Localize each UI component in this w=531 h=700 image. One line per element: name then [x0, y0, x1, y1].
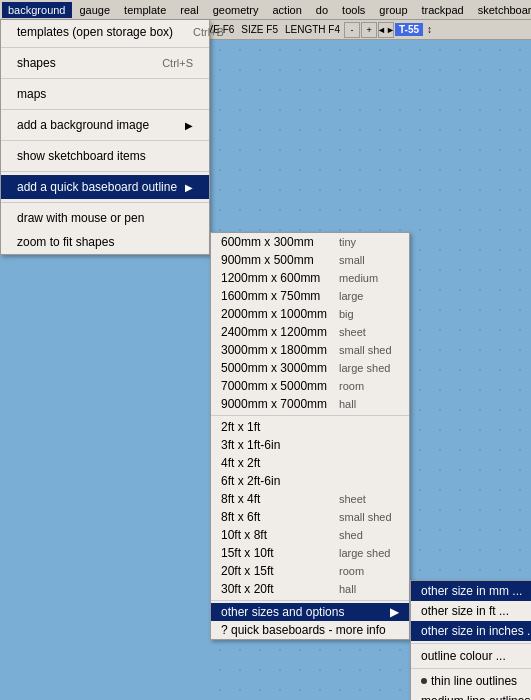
scroll-button[interactable]: ↕: [424, 24, 435, 35]
menu-item-geometry[interactable]: geometry: [207, 2, 265, 18]
baseboard-item-10ft[interactable]: 10ft x 8ft shed: [211, 526, 409, 544]
baseboard-item-large[interactable]: 1600mm x 750mm large: [211, 287, 409, 305]
separator-1: [1, 47, 209, 48]
baseboard-item-20ft[interactable]: 20ft x 15ft room: [211, 562, 409, 580]
baseboard-sep-1: [211, 415, 409, 416]
toolbar-label-size: SIZE F5: [238, 24, 281, 35]
menu-item-background[interactable]: background: [2, 2, 72, 18]
dropdown-show-sketchboard[interactable]: show sketchboard items: [1, 144, 209, 168]
other-inches-button[interactable]: other size in inches ...: [411, 621, 531, 641]
menu-item-do[interactable]: do: [310, 2, 334, 18]
dropdown-shapes[interactable]: shapes Ctrl+S: [1, 51, 209, 75]
baseboard-item-sheet-mm[interactable]: 2400mm x 1200mm sheet: [211, 323, 409, 341]
kp-button[interactable]: ◄►: [378, 22, 394, 38]
baseboard-item-30ft[interactable]: 30ft x 20ft hall: [211, 580, 409, 598]
thin-line-dot: [421, 678, 427, 684]
minus-button[interactable]: -: [344, 22, 360, 38]
baseboard-submenu: 600mm x 300mm tiny 900mm x 500mm small 1…: [210, 232, 410, 640]
menu-item-tools[interactable]: tools: [336, 2, 371, 18]
other-ft-button[interactable]: other size in ft ...: [411, 601, 531, 621]
baseboard-item-3ft[interactable]: 3ft x 1ft-6in: [211, 436, 409, 454]
other-submenu: other size in mm ... other size in ft ..…: [410, 580, 531, 700]
menu-item-trackpad[interactable]: trackpad: [416, 2, 470, 18]
thin-line-button[interactable]: thin line outlines: [411, 671, 531, 691]
dropdown-draw-mouse[interactable]: draw with mouse or pen: [1, 206, 209, 230]
baseboard-item-6ft[interactable]: 6ft x 2ft-6in: [211, 472, 409, 490]
outline-colour-button[interactable]: outline colour ...: [411, 646, 531, 666]
baseboard-item-15ft[interactable]: 15ft x 10ft large shed: [211, 544, 409, 562]
medium-line-button[interactable]: medium line outlines: [411, 691, 531, 700]
baseboard-more-info[interactable]: ? quick baseboards - more info: [211, 621, 409, 639]
separator-4: [1, 140, 209, 141]
menu-item-gauge[interactable]: gauge: [74, 2, 117, 18]
other-sep-1: [411, 643, 531, 644]
baseboard-other-sizes[interactable]: other sizes and options ▶: [211, 603, 409, 621]
plus-button[interactable]: +: [361, 22, 377, 38]
dropdown-add-baseboard[interactable]: add a quick baseboard outline ▶: [1, 175, 209, 199]
baseboard-sep-2: [211, 600, 409, 601]
baseboard-item-hall-mm[interactable]: 9000mm x 7000mm hall: [211, 395, 409, 413]
other-sep-2: [411, 668, 531, 669]
baseboard-item-4ft2ft[interactable]: 4ft x 2ft: [211, 454, 409, 472]
baseboard-item-small[interactable]: 900mm x 500mm small: [211, 251, 409, 269]
menu-item-sketchboard[interactable]: sketchboard: [472, 2, 531, 18]
toolbar-label-length: LENGTH F4: [282, 24, 343, 35]
baseboard-item-medium[interactable]: 1200mm x 600mm medium: [211, 269, 409, 287]
dropdown-zoom-fit[interactable]: zoom to fit shapes: [1, 230, 209, 254]
baseboard-item-small-shed-mm[interactable]: 3000mm x 1800mm small shed: [211, 341, 409, 359]
speed-display: T-55: [395, 23, 423, 36]
main-dropdown: templates (open storage box) Ctrl+B shap…: [0, 20, 210, 255]
baseboard-item-big[interactable]: 2000mm x 1000mm big: [211, 305, 409, 323]
baseboard-item-tiny[interactable]: 600mm x 300mm tiny: [211, 233, 409, 251]
separator-6: [1, 202, 209, 203]
menu-item-real[interactable]: real: [174, 2, 204, 18]
dropdown-templates[interactable]: templates (open storage box) Ctrl+B: [1, 20, 209, 44]
dropdown-maps[interactable]: maps: [1, 82, 209, 106]
dropdown-add-background[interactable]: add a background image ▶: [1, 113, 209, 137]
menu-item-group[interactable]: group: [373, 2, 413, 18]
toolbar-nav: - + ◄► T-55 ↕: [344, 22, 435, 38]
baseboard-item-2ft1ft[interactable]: 2ft x 1ft: [211, 418, 409, 436]
other-mm-button[interactable]: other size in mm ...: [411, 581, 531, 601]
separator-5: [1, 171, 209, 172]
separator-2: [1, 78, 209, 79]
baseboard-item-8ft6ft[interactable]: 8ft x 6ft small shed: [211, 508, 409, 526]
baseboard-item-8ft4ft[interactable]: 8ft x 4ft sheet: [211, 490, 409, 508]
menu-item-action[interactable]: action: [267, 2, 308, 18]
separator-3: [1, 109, 209, 110]
baseboard-item-large-shed-mm[interactable]: 5000mm x 3000mm large shed: [211, 359, 409, 377]
menu-bar: background gauge template real geometry …: [0, 0, 531, 20]
menu-item-template[interactable]: template: [118, 2, 172, 18]
baseboard-item-room-mm[interactable]: 7000mm x 5000mm room: [211, 377, 409, 395]
